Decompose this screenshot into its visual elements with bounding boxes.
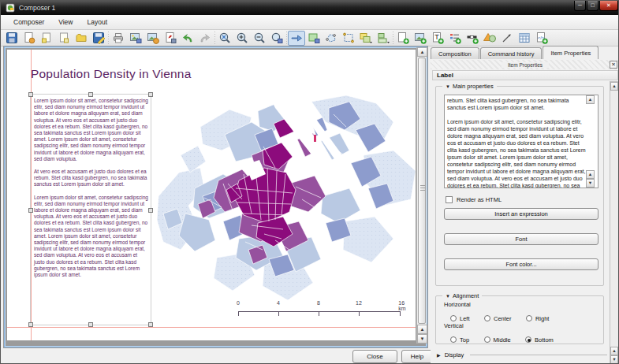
panel-scrollbar[interactable]: ▲ ▲ ▼ [610,81,619,364]
tab-composition[interactable]: Composition [431,47,479,59]
zoom-in-icon[interactable] [233,31,251,46]
scroll-up-icon[interactable]: ▲ [610,82,618,91]
map-title-label[interactable]: Population Density in Vienna [31,67,192,81]
print-icon[interactable] [110,31,127,46]
radio-right[interactable]: Right [526,315,550,322]
select-marquee-icon[interactable] [340,31,357,46]
window-title: Composer 1 [19,4,55,12]
resize-handle[interactable] [28,92,33,97]
tab-item-properties[interactable]: Item Properties [543,46,598,59]
dock-close-icon[interactable]: ✕ [610,61,617,69]
item-type-header: Label [432,70,618,80]
scroll-up-icon[interactable]: ▲ [417,47,427,57]
save-project-icon[interactable] [3,31,21,46]
scroll-down-icon[interactable]: ▼ [417,334,427,344]
add-new-label-icon[interactable]: T [429,31,446,46]
save-as-template-icon[interactable] [90,31,107,46]
selected-text-item[interactable]: Lorem ipsum dolor sit amet, consetetur s… [30,94,151,325]
dock-title-bar[interactable]: Item Properties [431,60,619,69]
load-template-icon[interactable] [73,31,90,46]
map-red-feature [314,135,316,142]
insert-expression-button[interactable]: Insert an expression [444,208,598,220]
undo-icon[interactable] [179,31,196,46]
composer-manager-icon[interactable] [55,31,73,46]
close-button[interactable]: Close [352,350,397,363]
menu-composer[interactable]: Composer [6,17,51,28]
resize-handle[interactable] [28,208,33,213]
resize-handle[interactable] [148,322,153,327]
alignment-toggle[interactable]: ▼Alignment [442,292,482,299]
add-arrow-icon[interactable] [498,31,516,46]
resize-handle[interactable] [88,322,93,327]
horizontal-radio-row: Left Center Right [450,310,560,324]
textarea-scroll-down-icon[interactable]: ▼ [586,179,595,188]
align-items-icon[interactable] [375,31,392,46]
label-text-input[interactable]: rebum. Stet clita kasd gubergren, no sea… [444,95,598,188]
radio-bottom[interactable]: Bottom [525,336,554,344]
help-button[interactable]: Help [401,350,433,363]
add-html-frame-icon[interactable]: </> [533,31,550,46]
export-as-pdf-icon[interactable] [162,31,179,46]
section-display[interactable]: ▶Display [437,350,607,359]
scroll-up-icon[interactable]: ▲ [610,347,618,355]
main-properties-toggle[interactable]: ▼Main properties [442,83,497,90]
export-as-svg-icon[interactable] [144,31,162,46]
textarea-scroll-up-icon[interactable]: ▲ [586,95,595,104]
add-attribute-table-icon[interactable] [516,31,533,46]
horizontal-guide-line[interactable] [7,327,416,328]
title-bar[interactable]: Composer 1 ─ □ ✕ [1,1,619,15]
resize-handle[interactable] [148,208,153,213]
item-properties-panel: Composition Command history Item Propert… [431,46,619,364]
textarea-scroll-up-icon[interactable]: ▲ [586,170,595,179]
toolbar: T </> [1,30,619,46]
zoom-last-icon[interactable] [268,31,285,46]
redo-icon[interactable] [196,31,214,46]
scalebar-label: 8 [317,300,320,306]
scrollbar-thumb[interactable] [418,58,426,324]
move-item-content-icon[interactable] [305,31,323,46]
render-as-html-row[interactable]: Render as HTML [446,196,502,203]
scroll-up-icon[interactable]: ▲ [417,325,427,334]
zoom-full-icon[interactable] [216,31,233,46]
export-as-image-icon[interactable] [127,31,144,46]
panel-tabs: Composition Command history Item Propert… [431,46,619,59]
add-new-map-icon[interactable] [394,31,412,46]
font-color-button[interactable]: Font color... [444,258,598,270]
select-move-item-icon[interactable] [288,31,305,46]
radio-top[interactable]: Top [450,336,469,344]
radio-center[interactable]: Center [484,315,512,322]
font-button[interactable]: Font [444,233,598,245]
vienna-map[interactable] [157,95,416,310]
resize-handle[interactable] [148,92,153,97]
radio-middle[interactable]: Middle [484,336,511,344]
render-as-html-checkbox[interactable] [446,196,453,203]
vertical-radio-row: Top Middle Bottom [450,331,565,345]
scroll-down-icon[interactable]: ▼ [610,355,618,364]
new-composer-icon[interactable] [21,31,38,46]
composition-page[interactable]: Population Density in Vienna Lorem ipsum… [7,50,416,340]
resize-handle[interactable] [88,92,93,97]
duplicate-composer-icon[interactable] [38,31,55,46]
raise-items-icon[interactable] [357,31,375,46]
canvas-vertical-scrollbar[interactable]: ▲ ▲ ▼ [416,47,427,344]
add-image-icon[interactable] [412,31,429,46]
scalebar-label: 4 [277,300,280,306]
add-new-scalebar-icon[interactable] [464,31,481,46]
menu-layout[interactable]: Layout [80,17,115,28]
resize-handle[interactable] [28,322,33,327]
add-new-legend-icon[interactable] [446,31,464,46]
composer-canvas[interactable]: Population Density in Vienna Lorem ipsum… [4,46,427,347]
minimize-button[interactable]: ─ [574,1,586,11]
zoom-out-icon[interactable] [251,31,268,46]
close-window-button[interactable]: ✕ [599,1,618,11]
edit-nodes-icon[interactable] [323,31,340,46]
dock-title-text: Item Properties [502,62,549,68]
radio-left[interactable]: Left [450,315,470,322]
menu-bar: Composer View Layout [1,15,619,30]
tab-command-history[interactable]: Command history [480,47,543,59]
menu-view[interactable]: View [51,17,80,28]
add-basic-shape-icon[interactable] [481,31,498,46]
canvas-background [7,340,416,346]
maximize-button[interactable]: □ [587,1,598,11]
body-text: Lorem ipsum dolor sit amet, consetetur s… [34,98,148,284]
